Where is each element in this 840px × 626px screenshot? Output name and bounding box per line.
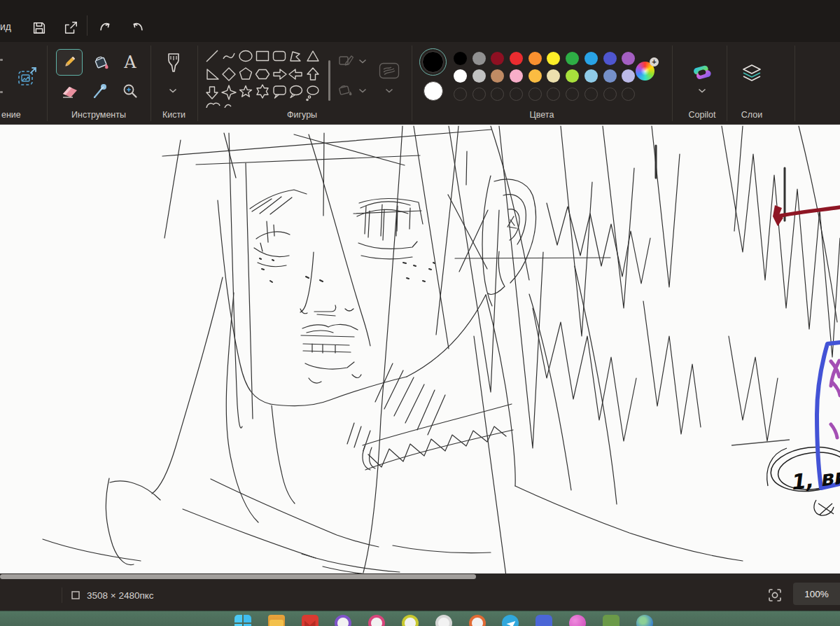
undo-button[interactable]	[96, 18, 115, 37]
app-blue-icon[interactable]	[536, 615, 552, 626]
palette-empty-slot[interactable]	[472, 88, 486, 101]
brushes-chevron-icon[interactable]	[169, 88, 177, 93]
size-dropdown-button[interactable]	[378, 62, 400, 81]
shape-line[interactable]	[206, 50, 218, 62]
windows-start-icon[interactable]	[234, 615, 251, 626]
shape-star-6[interactable]	[257, 85, 268, 98]
fill-dropdown-button[interactable]	[336, 81, 356, 100]
file-explorer-icon[interactable]	[268, 615, 285, 626]
profile-ring-yellow-icon[interactable]	[402, 615, 419, 626]
horizontal-scrollbar-thumb[interactable]	[0, 574, 476, 579]
menu-item-view-partial[interactable]: ид	[0, 21, 11, 32]
palette-color-swatch[interactable]	[566, 69, 579, 83]
secondary-color-swatch[interactable]	[424, 81, 443, 101]
horizontal-scrollbar[interactable]	[0, 573, 840, 580]
share-button[interactable]	[61, 18, 80, 37]
palette-empty-slot[interactable]	[491, 88, 504, 101]
palette-empty-slot[interactable]	[603, 88, 617, 101]
fit-to-screen-button[interactable]	[765, 587, 785, 603]
shape-speech-bubble-oval[interactable]	[290, 86, 302, 98]
palette-color-swatch[interactable]	[510, 69, 523, 83]
shape-speech-bubble-rounded[interactable]	[274, 86, 286, 98]
palette-color-swatch[interactable]	[566, 52, 579, 65]
eraser-tool-button[interactable]	[59, 81, 81, 102]
palette-empty-slot[interactable]	[510, 88, 523, 101]
shape-diamond[interactable]	[223, 68, 235, 81]
shape-scribble-partial[interactable]	[225, 105, 231, 108]
shape-arrow-right[interactable]	[274, 69, 286, 79]
palette-color-swatch[interactable]	[472, 69, 486, 83]
palette-empty-slot[interactable]	[566, 88, 579, 101]
shape-arrow-left[interactable]	[289, 69, 302, 79]
shape-thought-bubble[interactable]	[307, 86, 318, 101]
size-chevron-icon[interactable]	[385, 88, 393, 93]
palette-color-swatch[interactable]	[491, 52, 504, 65]
palette-color-swatch[interactable]	[454, 52, 467, 65]
shape-rectangle[interactable]	[257, 52, 269, 61]
color-picker-tool-button[interactable]	[90, 81, 112, 102]
color-wheel-plus-icon[interactable]: +	[650, 57, 659, 67]
clipped-edge-mark	[0, 59, 3, 61]
palette-color-swatch[interactable]	[528, 69, 542, 83]
profile-ring-white-icon[interactable]	[435, 615, 452, 626]
palette-empty-slot[interactable]	[547, 88, 560, 101]
palette-color-swatch[interactable]	[622, 69, 635, 83]
layers-button[interactable]	[739, 62, 764, 85]
shape-rounded-rectangle[interactable]	[274, 52, 286, 61]
app-green-icon[interactable]	[603, 615, 620, 626]
palette-color-swatch[interactable]	[603, 52, 617, 65]
shape-triangle[interactable]	[307, 51, 318, 61]
palette-color-swatch[interactable]	[510, 52, 523, 65]
browser-globe-icon[interactable]	[636, 615, 653, 626]
shape-arrow-up[interactable]	[307, 68, 318, 80]
palette-color-swatch[interactable]	[622, 52, 635, 65]
text-tool-button[interactable]: A	[119, 50, 141, 74]
profile-ring-orange-icon[interactable]	[469, 615, 486, 626]
outline-chevron-icon[interactable]	[358, 59, 367, 64]
shape-star-4[interactable]	[222, 85, 236, 99]
palette-color-swatch[interactable]	[584, 69, 598, 83]
shape-cloud-partial[interactable]	[206, 103, 220, 108]
profile-ring-purple-icon[interactable]	[335, 615, 351, 626]
copilot-button[interactable]	[689, 60, 715, 85]
drawing-canvas[interactable]: 1, ви	[0, 125, 840, 573]
palette-color-swatch[interactable]	[603, 69, 617, 83]
fill-chevron-icon[interactable]	[358, 88, 367, 93]
mail-red-icon[interactable]	[302, 615, 318, 626]
palette-color-swatch[interactable]	[547, 52, 560, 65]
shape-right-triangle[interactable]	[207, 69, 218, 79]
palette-color-swatch[interactable]	[491, 69, 504, 83]
resize-image-button[interactable]	[15, 64, 39, 88]
palette-empty-slot[interactable]	[454, 88, 467, 101]
outline-dropdown-button[interactable]	[336, 51, 356, 71]
palette-empty-slot[interactable]	[584, 88, 598, 101]
palette-empty-slot[interactable]	[528, 88, 542, 101]
palette-color-swatch[interactable]	[584, 52, 598, 65]
primary-color-swatch[interactable]	[422, 51, 444, 73]
palette-color-swatch[interactable]	[528, 52, 542, 65]
shape-polygon[interactable]	[290, 52, 300, 61]
brushes-button[interactable]	[162, 50, 186, 80]
zoom-level-button[interactable]: 100%	[793, 583, 840, 605]
shape-hexagon[interactable]	[256, 70, 270, 79]
telegram-icon[interactable]	[502, 615, 519, 626]
shape-curve[interactable]	[223, 53, 234, 59]
fill-tool-button[interactable]	[90, 51, 113, 74]
pencil-icon	[62, 55, 77, 70]
shapes-scrollbar[interactable]	[328, 60, 330, 101]
redo-button[interactable]	[127, 18, 146, 37]
shape-star-5[interactable]	[240, 86, 252, 97]
magnifier-tool-button[interactable]	[119, 81, 141, 102]
shape-pentagon[interactable]	[240, 68, 252, 79]
palette-empty-slot[interactable]	[622, 88, 635, 101]
app-pink-icon[interactable]	[569, 615, 586, 626]
save-button[interactable]	[29, 18, 48, 37]
profile-ring-pink-icon[interactable]	[368, 615, 385, 626]
palette-color-swatch[interactable]	[454, 69, 467, 83]
palette-color-swatch[interactable]	[472, 52, 486, 65]
shape-ellipse[interactable]	[239, 51, 252, 62]
pencil-tool-button[interactable]	[56, 49, 83, 76]
shape-arrow-down[interactable]	[206, 87, 218, 99]
copilot-chevron-icon[interactable]	[698, 88, 706, 93]
palette-color-swatch[interactable]	[547, 69, 560, 83]
